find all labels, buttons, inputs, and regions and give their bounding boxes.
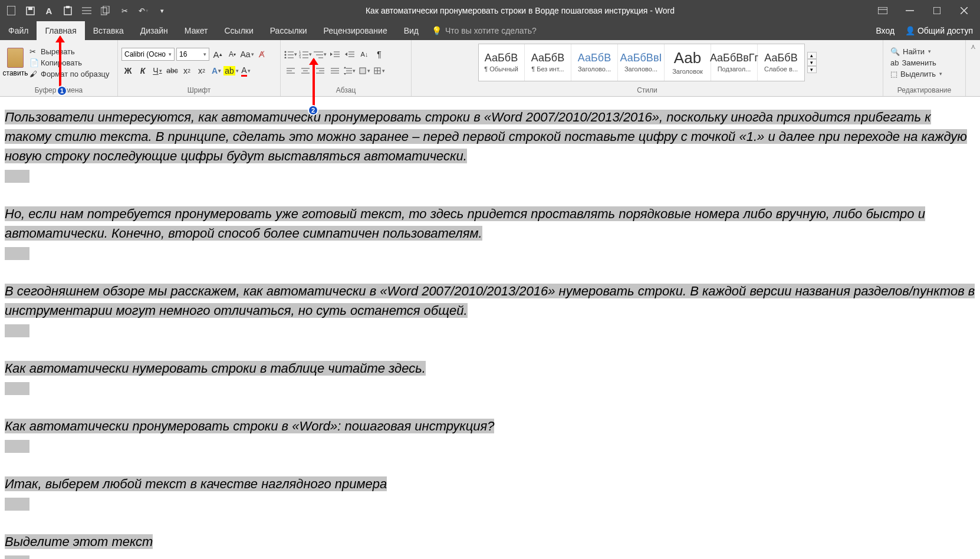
cut-quick-icon[interactable]: ✂ [119,5,130,16]
copy-button[interactable]: 📄Копировать [29,58,110,67]
grow-font-button[interactable]: A▴ [211,48,224,61]
ribbon-display-icon[interactable] [877,5,888,16]
italic-button[interactable]: К [136,64,149,77]
tell-me-search[interactable]: 💡 Что вы хотите сделать? [432,26,537,35]
selection-blank [5,247,29,260]
decrease-indent-button[interactable] [328,48,341,61]
format-painter-button[interactable]: 🖌Формат по образцу [29,70,110,78]
new-doc-icon[interactable] [6,5,17,16]
sort-button[interactable]: A↓ [358,48,371,61]
quick-access-toolbar: A ✂ ↶▾ ▾ [0,5,173,16]
ribbon: ставить ✂Вырезать 📄Копировать 🖌Формат по… [0,40,980,97]
styles-scroll-down[interactable]: ▾ [807,59,817,66]
tab-references[interactable]: Ссылки [216,21,261,40]
show-marks-button[interactable]: ¶ [373,48,386,61]
style-label: Заголово... [578,65,611,73]
tab-mailings[interactable]: Рассылки [262,21,315,40]
superscript-button[interactable]: x2 [195,64,208,77]
cursor-icon: ⬚ [890,70,897,78]
shrink-font-button[interactable]: A▾ [226,48,239,61]
strikethrough-button[interactable]: abc [166,64,179,77]
underline-button[interactable]: Ч▾ [151,64,164,77]
svg-text:3: 3 [299,56,301,58]
style-item[interactable]: АаБбВСлабое в... [758,44,804,81]
doc-paragraph: Выделите этот текст [5,532,975,559]
style-label: Заголовок [672,68,703,75]
svg-rect-0 [7,6,15,15]
font-quick-icon[interactable]: A [44,5,54,16]
svg-marker-31 [330,52,333,56]
tab-insert[interactable]: Вставка [85,21,132,40]
style-item[interactable]: АаБбВ¶ Без инт... [525,44,571,81]
close-icon[interactable] [959,5,969,16]
copy-quick-icon[interactable] [100,5,111,16]
align-right-button[interactable] [314,64,327,77]
selection-blank [5,170,29,183]
save-icon[interactable] [25,5,35,16]
share-button[interactable]: 👤 Общий доступ [905,26,973,35]
replace-button[interactable]: abЗаменить [890,58,942,67]
svg-marker-54 [344,67,346,68]
tab-view[interactable]: Вид [396,21,427,40]
clipboard-icon [7,48,24,68]
styles-group-label: Стили [412,85,883,96]
shading-button[interactable]: ▾ [358,64,371,77]
editing-group-label: Редактирование [883,85,965,96]
share-label: Общий доступ [917,26,973,35]
style-item[interactable]: АаБбВЗаголово... [572,44,618,81]
style-label: Подзагол... [718,65,751,73]
font-size-combo[interactable]: 16▾ [176,48,209,61]
increase-indent-button[interactable] [343,48,356,61]
bullets-button[interactable]: ▾ [284,48,297,61]
paste-quick-icon[interactable] [63,5,73,16]
tab-layout[interactable]: Макет [176,21,216,40]
list-quick-icon[interactable] [81,5,92,16]
style-item[interactable]: АаБбВвГгПодзагол... [712,44,758,81]
justify-button[interactable] [328,64,341,77]
find-button[interactable]: 🔍Найти ▾ [890,47,942,56]
annotation-arrow-2 [313,59,315,108]
svg-marker-55 [344,73,346,75]
tab-review[interactable]: Рецензирование [315,21,396,40]
align-center-button[interactable] [299,64,312,77]
align-left-button[interactable] [284,64,297,77]
signin-button[interactable]: Вход [876,26,895,35]
borders-button[interactable]: ▾ [373,64,386,77]
text-effects-button[interactable]: A▾ [210,64,223,77]
undo-icon[interactable]: ↶▾ [138,5,149,16]
style-item[interactable]: АаБбВвІЗаголово... [619,44,665,81]
font-name-combo[interactable]: Calibri (Осно▾ [121,48,175,61]
change-case-button[interactable]: Aa▾ [241,48,254,61]
bold-button[interactable]: Ж [121,64,134,77]
line-spacing-button[interactable]: ▾ [343,64,356,77]
ribbon-tabs: Файл Главная Вставка Дизайн Макет Ссылки… [0,21,980,40]
highlight-button[interactable]: ab▾ [225,64,238,77]
customize-qat-icon[interactable]: ▾ [157,5,167,16]
clear-formatting-button[interactable]: A̸ [255,48,268,61]
cut-button[interactable]: ✂Вырезать [29,47,110,56]
paste-button[interactable]: ставить [4,48,27,77]
style-preview: АаБбВвГг [710,52,758,63]
svg-marker-35 [345,52,347,56]
minimize-icon[interactable] [905,5,915,16]
tab-file[interactable]: Файл [0,21,37,40]
paragraph-group-label: Абзац [281,85,411,96]
select-button[interactable]: ⬚Выделить ▾ [890,70,942,78]
styles-expand[interactable]: ▾ [807,66,817,73]
maximize-icon[interactable] [932,5,942,16]
selection-blank [5,440,29,453]
collapse-ribbon-button[interactable]: ⋏ [966,40,980,96]
subscript-button[interactable]: x2 [180,64,193,77]
style-item[interactable]: АаБбВ¶ Обычный [479,44,525,81]
style-item[interactable]: AabЗаголовок [665,44,711,81]
window-title: Как автоматически пронумеровать строки в… [173,6,867,15]
svg-rect-4 [66,6,70,8]
group-editing: 🔍Найти ▾ abЗаменить ⬚Выделить ▾ Редактир… [883,40,966,96]
titlebar: A ✂ ↶▾ ▾ Как автоматически пронумеровать… [0,0,980,21]
font-group-label: Шрифт [118,85,280,96]
styles-scroll-up[interactable]: ▴ [807,52,817,59]
font-color-button[interactable]: A▾ [239,64,252,77]
document-area[interactable]: Пользователи интересуются, как автоматич… [0,97,980,559]
tab-design[interactable]: Дизайн [132,21,176,40]
brush-icon: 🖌 [29,70,38,78]
